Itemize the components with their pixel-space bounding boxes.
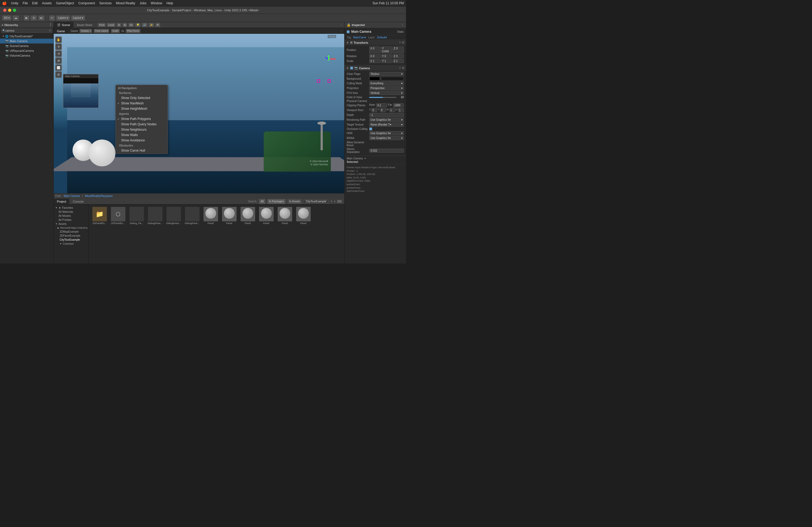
vr-y[interactable]: 0 — [380, 108, 386, 112]
msaa-dropdown[interactable]: Use Graphics S▾▾ — [369, 136, 404, 140]
clear-flags-dropdown[interactable]: Skybox▾ — [369, 72, 404, 76]
tree-item-scene-camera[interactable]: 📷 SceneCamera — [0, 44, 54, 48]
gizmo-button[interactable]: ⚙ — [117, 23, 121, 27]
camera-header[interactable]: ▼ ✓ 📷 Camera ? ⚙ — [345, 65, 406, 71]
tag-value[interactable]: MainCam▾ — [353, 36, 366, 39]
occlusion-checkbox[interactable]: ✓ — [369, 127, 372, 131]
ctx-show-neighbours[interactable]: Show Neighbours — [116, 127, 168, 132]
menu-edit[interactable]: Edit — [32, 1, 38, 5]
menu-help[interactable]: Help — [166, 1, 173, 5]
snap-button[interactable]: ⊞ — [122, 23, 127, 27]
scale-z[interactable]: Z 1 — [393, 59, 404, 63]
position-y[interactable]: Y 0.649 — [381, 46, 392, 54]
search-packages-btn[interactable]: In Packages — [267, 199, 286, 204]
vr-x[interactable]: 0 — [371, 108, 377, 112]
scene-viewport[interactable]: ✋ ✛ ↺ ⊕ ⬜ ⚙ — [54, 34, 344, 193]
aspect-button[interactable]: Free Aspect — [94, 29, 109, 33]
rotation-z[interactable]: Z 0 — [393, 54, 404, 58]
scale-tool[interactable]: ⊕ — [55, 57, 62, 64]
light-button[interactable]: 💡 — [135, 23, 141, 27]
layer-value[interactable]: Default▾ — [377, 36, 387, 39]
position-z[interactable]: Z 0 — [393, 46, 404, 54]
hand-tool[interactable]: ✋ — [55, 36, 62, 43]
transform-help-icon[interactable]: ? — [399, 41, 401, 44]
sidebar-2dmap[interactable]: 2DMapExample — [54, 230, 88, 234]
ctx-show-avoidance[interactable]: Show Avoidance — [116, 138, 168, 143]
tree-item-main-camera[interactable]: 📷 Main Camera — [0, 39, 54, 44]
play-button[interactable]: ▶ — [24, 15, 30, 21]
cloud-button[interactable]: ☁ — [13, 15, 19, 21]
hierarchy-search-input[interactable] — [5, 29, 49, 32]
menu-mixed-reality[interactable]: Mixed Reality — [116, 1, 135, 5]
tree-item-ui-raycast-camera[interactable]: 📷 UIRaycastCamera — [0, 48, 54, 53]
target-texture-dropdown[interactable]: None (Render T▾▾ — [369, 123, 404, 127]
asset-item-folder[interactable]: 📁 2DPanelEx... — [91, 207, 108, 225]
depth-value[interactable]: -1 — [369, 113, 404, 117]
search-all-btn[interactable]: All — [259, 199, 265, 204]
local-button[interactable]: Local — [107, 23, 115, 27]
position-x[interactable]: X 0 — [369, 46, 380, 54]
camera-settings-icon[interactable]: ⚙ — [402, 66, 404, 70]
menu-file[interactable]: File — [23, 1, 28, 5]
menu-jobs[interactable]: Jobs — [140, 1, 146, 5]
asset-item-debugpane1[interactable]: DebugPane... — [146, 207, 164, 225]
sidebar-citytour[interactable]: CityTourExample — [54, 238, 88, 242]
scale-x[interactable]: X 1 — [369, 59, 380, 63]
menu-window[interactable]: Window — [151, 1, 162, 5]
camera-dropdown-arrow[interactable]: ▾ — [364, 157, 366, 160]
play-focus-button[interactable]: Play Focus — [126, 29, 141, 33]
ctx-show-path-query-nodes[interactable]: Show Path Query Nodes — [116, 122, 168, 127]
scale-button[interactable]: Scale — [111, 29, 120, 33]
ctx-show-only-selected[interactable]: Show Only Selected — [116, 95, 168, 101]
layout-button[interactable]: Layout ▾ — [71, 15, 85, 21]
menu-assets[interactable]: Assets — [42, 1, 52, 5]
menu-unity[interactable]: Unity — [11, 1, 18, 5]
search-clear-icon[interactable]: ✕ — [330, 200, 332, 203]
camera-enabled-cb[interactable]: ✓ — [350, 66, 353, 70]
search-assets-btn[interactable]: In Assets — [287, 199, 302, 204]
sidebar-assets[interactable]: ▼ Assets — [54, 222, 88, 226]
minimize-button[interactable] — [8, 9, 11, 12]
clear-search-icon[interactable]: ✕ — [49, 29, 51, 32]
close-button[interactable] — [3, 9, 6, 12]
projection-dropdown[interactable]: Perspective▾ — [369, 86, 404, 90]
asset-item-prefab[interactable]: ⬡ 2DPanelEx... — [109, 207, 127, 225]
rotation-y[interactable]: Y 0 — [381, 54, 392, 58]
asset-item-panel2[interactable]: Panel — [220, 207, 238, 225]
rotation-x[interactable]: X 0 — [369, 54, 380, 58]
sidebar-all-materials[interactable]: All Materials — [54, 210, 88, 214]
culling-mask-dropdown[interactable]: Everything▾ — [369, 81, 404, 85]
rendering-path-dropdown[interactable]: Use Graphics S▾▾ — [369, 118, 404, 122]
ctx-show-carve-hull[interactable]: Show Carve Hull — [116, 148, 168, 153]
camera-help-icon[interactable]: ? — [399, 66, 401, 70]
background-color[interactable] — [369, 77, 380, 80]
tab-project[interactable]: Project — [54, 199, 70, 205]
inspector-dots[interactable]: ⋮ — [401, 23, 404, 27]
tab-scene[interactable]: 🎬 Scene — [54, 22, 74, 28]
menu-component[interactable]: Component — [78, 1, 95, 5]
tab-asset-store[interactable]: Asset Store — [74, 22, 96, 28]
fov-slider[interactable] — [369, 97, 396, 98]
transform-header[interactable]: ▼ ⊞ Transform ? ⚙ — [345, 40, 406, 45]
background-gradient[interactable] — [381, 77, 404, 80]
rect-tool[interactable]: ⬜ — [55, 64, 62, 71]
sidebar-2dpanel[interactable]: 2DPanelExample — [54, 234, 88, 238]
pause-button[interactable]: ⏸ — [31, 15, 37, 21]
hierarchy-search[interactable]: 🔍 ✕ — [1, 28, 52, 33]
asset-item-debugpane3[interactable]: DebugPane... — [184, 207, 201, 225]
stereo-value[interactable]: 0.022 — [369, 149, 404, 153]
hierarchy-add-icon[interactable]: + — [2, 23, 3, 27]
pivot-button[interactable]: Pivot — [98, 23, 106, 27]
ctx-show-heightmesh[interactable]: Show HeightMesh — [116, 106, 168, 111]
near-value[interactable]: 0.1 — [376, 103, 387, 107]
rotate-tool[interactable]: ↺ — [55, 50, 62, 57]
step-button[interactable]: ⏭ — [38, 15, 45, 21]
sidebar-all-models[interactable]: All Models — [54, 214, 88, 218]
vr-w[interactable]: 1 — [389, 108, 395, 112]
menu-gameobject[interactable]: GameObject — [56, 1, 74, 5]
move-tool[interactable]: ✛ — [55, 44, 62, 50]
hdr-dropdown[interactable]: Use Graphics S▾▾ — [369, 131, 404, 135]
hierarchy-more-icon[interactable]: ⋮ — [49, 23, 52, 27]
ctx-show-path-polygons[interactable]: Show Path Polygons — [116, 116, 168, 122]
tree-item-citytour[interactable]: ▼ 🌐 CityTourExample* — [0, 34, 54, 39]
